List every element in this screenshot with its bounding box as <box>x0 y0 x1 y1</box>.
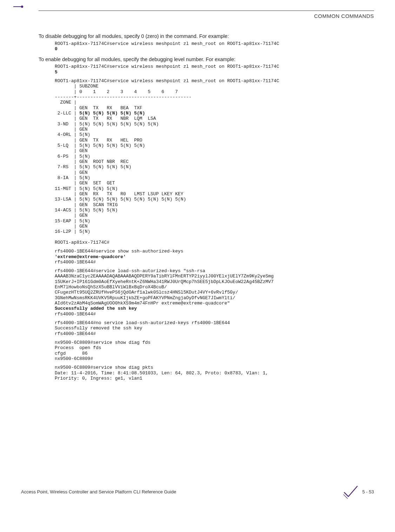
tbl-r30: ROOT1-ap81xx-71174C# <box>55 240 109 245</box>
tbl-r11: | GEN TX RX HEL PRO <box>55 138 142 143</box>
checkmark-icon <box>343 484 358 499</box>
tbl-r06a: 2-LLC | <box>55 111 79 116</box>
b3-l9: rfs4000-1BE644# <box>55 311 96 317</box>
tbl-r26: 15-EAP | 5(N) <box>55 218 90 224</box>
page-header-title: COMMON COMMANDS <box>39 13 374 19</box>
b5-l2: Process open fds <box>55 345 101 350</box>
tbl-r06b: 5(N) 5(N) 5(N) 5(N) 5(N) <box>79 111 145 116</box>
b3-l5: CFugezHTt95UQ2ZRUfHvePS6jQdOArf1alwk0Slc… <box>55 290 238 295</box>
tbl-r04: ZONE | <box>55 100 76 105</box>
tbl-r14: 6-PS | 5(N) <box>55 154 90 159</box>
para-disable: To disable debugging for all modules, sp… <box>39 33 374 40</box>
b4-l1: rfs4000-1BE644#no service load-ssh-autor… <box>55 320 230 326</box>
tbl-r05: | GEN TX RX BEA TXF <box>55 105 142 111</box>
tbl-head: ROOT1-ap81xx-71174C#service wireless mes… <box>55 78 279 84</box>
b3-l2: AAAAB3NzaC1yc2EAAAADAQABAAABAQDPERY9aTib… <box>55 274 274 279</box>
b2-l1: rfs4000-1BE644#service show ssh-authoriz… <box>55 249 183 254</box>
tbl-r15: | GEN ROOT NBR REC <box>55 159 129 164</box>
tbl-r23: | GEN SCAN TRIG <box>55 202 118 208</box>
zone-table: ROOT1-ap81xx-71174C#service wireless mes… <box>55 78 374 245</box>
b6-l2: Date: 11-4-2016, Time: 8:41:08.501033, L… <box>55 370 271 376</box>
tbl-r13: | GEN <box>55 148 88 153</box>
cmd-disable: ROOT1-ap81xx-71174C#service wireless mes… <box>55 41 374 52</box>
block-no-service: rfs4000-1BE644#no service load-ssh-autor… <box>55 320 374 336</box>
b3-l8: Successfully added the ssh key <box>55 306 137 311</box>
tbl-r07: | GEN TX RX NBR LQM LSA <box>55 116 156 121</box>
para-enable: To enable debugging for all modules, spe… <box>39 56 374 63</box>
b3-l7: AId6tv2zAbM4qSomWAgUOO0hkXS9m4m74FnHPr e… <box>55 301 230 306</box>
tbl-r27: | GEN <box>55 224 88 229</box>
cmd-disable-arg: 0 <box>55 46 58 52</box>
header-rule <box>39 11 374 11</box>
b5-l1: nx9500-6C8809#service show diag fds <box>55 340 150 345</box>
tbl-r28: 16-L2P | 5(N) <box>55 229 90 234</box>
block-show-keys: rfs4000-1BE644#service show ssh-authoriz… <box>55 249 374 265</box>
footer-page-number: 5 - 53 <box>362 489 374 494</box>
b4-l3: rfs4000-1BE644# <box>55 331 96 336</box>
cmd-enable: ROOT1-ap81xx-71174C#service wireless mes… <box>55 64 374 75</box>
tbl-r03: -------+--------------------------------… <box>55 94 192 100</box>
b3-l6: 3GNehMwNsmsRKK4UVKV5RpuuKIjkbZE+goPFAKYV… <box>55 295 235 301</box>
b3-l3: 15UKerJ+IP161Gdm0AoEfXyeheRntK+Z6NWHa341… <box>55 279 274 284</box>
tbl-r16: 7-RS | 5(N) 5(N) 5(N) 5(N) <box>55 164 131 170</box>
b6-l3: Priority: 0, Ingress: ge1, vlan1 <box>55 376 142 381</box>
b5-l3: cfgd 86 <box>55 351 88 356</box>
b5-l4: nx9500-6C8809# <box>55 356 93 361</box>
tbl-r24: 14-ACS | 5(N) 5(N) 5(N) <box>55 208 118 213</box>
cmd-enable-arg: 5 <box>55 70 58 75</box>
b2-l3: rfs4000-1BE644# <box>55 260 96 265</box>
tbl-r09: | GEN <box>55 127 88 132</box>
cmd-disable-line: ROOT1-ap81xx-71174C#service wireless mes… <box>55 41 282 46</box>
tbl-r22: 13-LSA | 5(N) 5(N) 5(N) 5(N) 5(N) 5(N) 5… <box>55 197 186 202</box>
b2-l2: 'extreme@extreme-quadcore' <box>55 254 126 260</box>
tbl-r01: | SUBZONE <box>55 84 99 89</box>
footer-guide-title: Access Point, Wireless Controller and Se… <box>21 489 176 494</box>
block-diag-fds: nx9500-6C8809#service show diag fds Proc… <box>55 340 374 361</box>
tbl-r02: | 0 1 2 3 4 5 6 7 <box>55 89 178 94</box>
b4-l2: Successfully removed the ssh key <box>55 326 142 331</box>
footer-page-box: 5 - 53 <box>343 484 374 499</box>
tbl-r10: 4-ORL | 5(N) <box>55 132 90 137</box>
tbl-r08: 3-ND | 5(N) 5(N) 5(N) 5(N) 5(N) 5(N) <box>55 121 159 127</box>
tbl-r20: 11-MGT | 5(N) 5(N) 5(N) <box>55 186 118 191</box>
block-load-keys: rfs4000-1BE644#service load-ssh-autorize… <box>55 268 374 317</box>
b6-l1: nx9500-6C8809#service show diag pkts <box>55 365 153 370</box>
b3-l1: rfs4000-1BE644#service load-ssh-autorize… <box>55 268 208 274</box>
cmd-enable-line: ROOT1-ap81xx-71174C#service wireless mes… <box>55 64 282 69</box>
tbl-r25: | GEN <box>55 213 88 218</box>
tbl-r17: | GEN <box>55 170 88 175</box>
svg-point-1 <box>21 6 23 8</box>
tbl-r19: | GEN SET GET <box>55 180 115 186</box>
tbl-r12: 5-LQ | 5(N) 5(N) 5(N) 5(N) 5(N) <box>55 143 145 148</box>
tbl-r18: 8-IA | 5(N) <box>55 175 90 180</box>
tbl-r21: | GEN RX TX R0 LMST LSUP LKEY KEY <box>55 191 183 197</box>
b3-l4: EnM7lHowboNsQhSzX5uBBlVViWlBxBqDroX4BcuB… <box>55 284 167 290</box>
block-diag-pkts: nx9500-6C8809#service show diag pkts Dat… <box>55 365 374 381</box>
